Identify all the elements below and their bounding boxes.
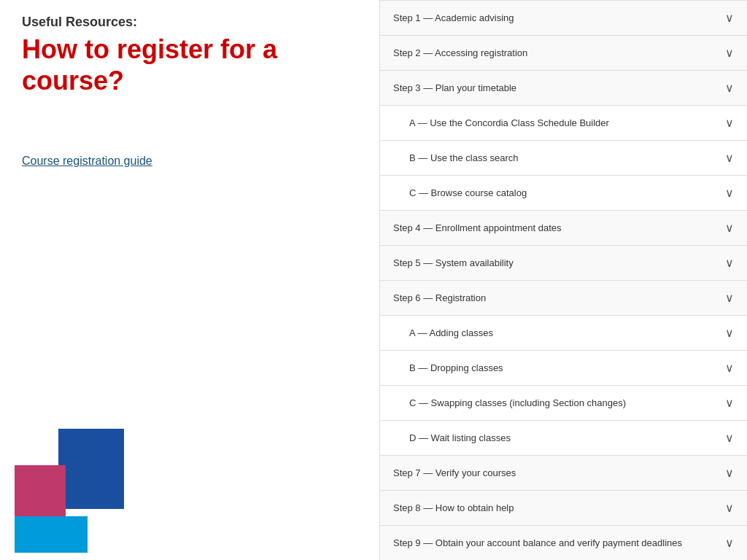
accordion-header-step6a[interactable]: A — Adding classes∨ [380, 316, 747, 350]
chevron-icon-step3c: ∨ [725, 186, 734, 200]
accordion-header-step3[interactable]: Step 3 — Plan your timetable∨ [380, 71, 747, 105]
chevron-icon-step6c: ∨ [725, 396, 734, 410]
accordion-item-step3c[interactable]: C — Browse course catalog∨ [380, 176, 747, 211]
accordion-header-step2[interactable]: Step 2 — Accessing registration∨ [380, 36, 747, 70]
left-panel: Useful Resources: How to register for a … [0, 0, 379, 560]
accordion-label-step6c: C — Swapping classes (including Section … [409, 397, 626, 408]
accordion-item-step8[interactable]: Step 8 — How to obtain help∨ [380, 491, 747, 526]
accordion-item-step2[interactable]: Step 2 — Accessing registration∨ [380, 36, 747, 71]
accordion-label-step9: Step 9 — Obtain your account balance and… [393, 537, 682, 548]
accordion-header-step3c[interactable]: C — Browse course catalog∨ [380, 176, 747, 210]
svg-marker-1 [15, 465, 66, 524]
chevron-icon-step3: ∨ [725, 81, 734, 95]
accordion-header-step6c[interactable]: C — Swapping classes (including Section … [380, 386, 747, 420]
course-registration-link[interactable]: Course registration guide [22, 155, 357, 168]
chevron-icon-step6b: ∨ [725, 361, 734, 375]
accordion-label-step6: Step 6 — Registration [393, 292, 486, 303]
accordion-label-step5: Step 5 — System availability [393, 257, 514, 268]
accordion-item-step6[interactable]: Step 6 — Registration∨ [380, 281, 747, 316]
accordion-item-step3a[interactable]: A — Use the Concordia Class Schedule Bui… [380, 106, 747, 141]
accordion-header-step6d[interactable]: D — Wait listing classes∨ [380, 421, 747, 455]
chevron-icon-step5: ∨ [725, 256, 734, 270]
accordion-header-step4[interactable]: Step 4 — Enrollment appointment dates∨ [380, 211, 747, 245]
accordion-header-step1[interactable]: Step 1 — Academic advising∨ [380, 1, 747, 35]
chevron-icon-step7: ∨ [725, 466, 734, 480]
main-title: How to register for a course? [22, 34, 357, 96]
chevron-icon-step6a: ∨ [725, 326, 734, 340]
chevron-icon-step3a: ∨ [725, 116, 734, 130]
accordion-header-step9[interactable]: Step 9 — Obtain your account balance and… [380, 526, 747, 560]
accordion-label-step6b: B — Dropping classes [409, 362, 503, 373]
chevron-icon-step4: ∨ [725, 221, 734, 235]
accordion-item-step7[interactable]: Step 7 — Verify your courses∨ [380, 456, 747, 491]
chevron-icon-step2: ∨ [725, 46, 734, 60]
accordion-item-step1[interactable]: Step 1 — Academic advising∨ [380, 0, 747, 36]
accordion-item-step5[interactable]: Step 5 — System availability∨ [380, 246, 747, 281]
accordion-label-step3a: A — Use the Concordia Class Schedule Bui… [409, 117, 609, 128]
svg-marker-2 [15, 516, 88, 553]
chevron-icon-step6: ∨ [725, 291, 734, 305]
accordion-label-step1: Step 1 — Academic advising [393, 12, 514, 23]
chevron-icon-step3b: ∨ [725, 151, 734, 165]
useful-resources-label: Useful Resources: [22, 15, 357, 30]
accordion-header-step6[interactable]: Step 6 — Registration∨ [380, 281, 747, 315]
accordion-label-step3: Step 3 — Plan your timetable [393, 82, 516, 93]
accordion-label-step6a: A — Adding classes [409, 327, 493, 338]
accordion-label-step8: Step 8 — How to obtain help [393, 502, 514, 513]
accordion-item-step3b[interactable]: B — Use the class search∨ [380, 141, 747, 176]
accordion-item-step9[interactable]: Step 9 — Obtain your account balance and… [380, 526, 747, 560]
accordion-header-step3b[interactable]: B — Use the class search∨ [380, 141, 747, 175]
accordion-item-step6a[interactable]: A — Adding classes∨ [380, 316, 747, 351]
right-panel: Step 1 — Academic advising∨Step 2 — Acce… [379, 0, 747, 560]
accordion-label-step6d: D — Wait listing classes [409, 432, 511, 443]
accordion-item-step6b[interactable]: B — Dropping classes∨ [380, 351, 747, 386]
accordion-header-step6b[interactable]: B — Dropping classes∨ [380, 351, 747, 385]
accordion-header-step5[interactable]: Step 5 — System availability∨ [380, 246, 747, 280]
accordion-header-step3a[interactable]: A — Use the Concordia Class Schedule Bui… [380, 106, 747, 140]
accordion-label-step3b: B — Use the class search [409, 152, 519, 163]
accordion-label-step4: Step 4 — Enrollment appointment dates [393, 222, 562, 233]
accordion-item-step4[interactable]: Step 4 — Enrollment appointment dates∨ [380, 211, 747, 246]
accordion-label-step3c: C — Browse course catalog [409, 187, 527, 198]
page-container: Useful Resources: How to register for a … [0, 0, 747, 560]
accordion-header-step8[interactable]: Step 8 — How to obtain help∨ [380, 491, 747, 525]
chevron-icon-step1: ∨ [725, 11, 734, 25]
chevron-icon-step9: ∨ [725, 536, 734, 550]
accordion-label-step7: Step 7 — Verify your courses [393, 467, 516, 478]
accordion-item-step6d[interactable]: D — Wait listing classes∨ [380, 421, 747, 456]
chevron-icon-step6d: ∨ [725, 431, 734, 445]
accordion-item-step6c[interactable]: C — Swapping classes (including Section … [380, 386, 747, 421]
accordion-item-step3[interactable]: Step 3 — Plan your timetable∨ [380, 71, 747, 106]
chevron-icon-step8: ∨ [725, 501, 734, 515]
svg-marker-0 [58, 429, 124, 509]
accordion-label-step2: Step 2 — Accessing registration [393, 47, 527, 58]
logo-shape [15, 429, 124, 553]
accordion-header-step7[interactable]: Step 7 — Verify your courses∨ [380, 456, 747, 490]
